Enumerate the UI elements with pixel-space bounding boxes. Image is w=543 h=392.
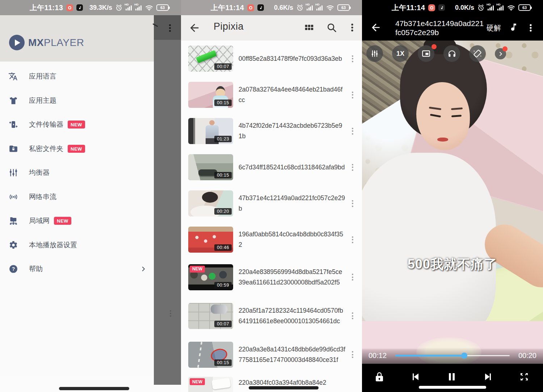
duration-badge: 00:59 [214, 282, 232, 288]
wifi-icon [326, 5, 334, 11]
previous-button[interactable] [408, 370, 423, 384]
lock-button[interactable] [372, 370, 387, 384]
drawer-header: MXPLAYER [0, 15, 154, 62]
screen-record-icon [247, 4, 254, 11]
back-button[interactable] [188, 22, 201, 34]
home-indicator[interactable] [249, 386, 319, 389]
video-row[interactable]: 00:07 220a5f1a72182324c119464cd0570fb641… [181, 296, 362, 335]
screen-record-icon [428, 4, 435, 11]
battery-icon: 63 [156, 4, 169, 11]
drawer-item-app-language[interactable]: 应用语言 [0, 64, 154, 89]
video-thumbnail: 00:46 [188, 227, 233, 253]
drawer-item-label: 本地播放器设置 [29, 240, 77, 250]
status-bar: 上午11:14 0.0K/s HD HD 63 [362, 0, 543, 15]
drawer-scrim[interactable] [154, 15, 181, 385]
video-filename: 220a9a3e8a1431c48dbb6de99d6cd3f77581165e… [239, 344, 345, 365]
network-speed-text: 39.3K/s [89, 4, 112, 12]
video-row[interactable]: 01:23 4b742f02de714432acbdeb6723b5e91b [181, 113, 362, 149]
video-filename: 220a5f1a72182324c119464cd0570fb641911661… [239, 305, 345, 326]
drawer-item-label: 应用主题 [29, 96, 56, 105]
back-button[interactable] [370, 22, 382, 33]
drawer-item-private-folder[interactable]: 私密文件夹 NEW [0, 137, 154, 161]
home-indicator[interactable] [59, 387, 129, 390]
video-more-options-icon[interactable] [352, 199, 353, 208]
new-badge: NEW [190, 266, 205, 273]
rotate-screen-button[interactable] [469, 45, 486, 62]
grid-view-button[interactable] [304, 22, 315, 34]
video-row[interactable]: 00:46 196af0abb5814c0ca4b8dbb0c834f352 [181, 222, 362, 258]
video-more-options-icon[interactable] [352, 126, 353, 136]
equalizer-button[interactable] [366, 45, 383, 62]
total-time: 00:20 [518, 351, 536, 360]
drawer-item-label: 均衡器 [29, 168, 50, 177]
video-more-options-icon[interactable] [352, 311, 353, 321]
duration-badge: 00:15 [214, 172, 232, 178]
wifi-icon [507, 5, 515, 11]
next-button[interactable] [481, 370, 495, 384]
drawer-item-label: 局域网 [29, 216, 50, 225]
audio-track-button[interactable] [508, 22, 519, 33]
drawer-item-local-player-settings[interactable]: 本地播放器设置 [0, 233, 154, 257]
drawer-item-file-transfer[interactable]: 文件传输器 NEW [0, 113, 154, 137]
playback-speed-button[interactable]: 1X [392, 45, 409, 62]
home-indicator[interactable] [419, 386, 486, 389]
logo-mx-text: MX [28, 37, 44, 48]
video-row[interactable]: 00:15 6c7d34ff185241c68cd1318462afa9bd [181, 149, 362, 185]
video-more-options-icon[interactable] [352, 273, 353, 282]
video-more-options-icon[interactable] [352, 235, 353, 244]
more-options-button[interactable] [347, 22, 358, 34]
seek-fill [395, 355, 464, 357]
video-more-options-icon[interactable] [352, 90, 353, 100]
more-options-button[interactable] [526, 22, 536, 33]
lan-icon [8, 216, 18, 226]
decoder-toggle[interactable]: 硬解 [487, 23, 501, 33]
alarm-icon [477, 4, 484, 11]
video-filename: 220a4e8389569994d8dba5217fe5ce39ea611661… [239, 267, 345, 288]
video-more-options-icon[interactable] [352, 54, 353, 63]
search-button[interactable] [326, 22, 338, 34]
video-frame[interactable] [362, 41, 543, 364]
video-row[interactable]: 00:07 00ff85e2a831478f9fe7fc093d36a3eb [181, 41, 362, 77]
video-row[interactable]: 00:15 2a078a32764a4ee48464eb21bad46fcc [181, 77, 362, 113]
video-row[interactable]: NEW 00:59 220a4e8389569994d8dba5217fe5ce… [181, 258, 362, 296]
video-filename: 2a078a32764a4ee48464eb21bad46fcc [239, 84, 345, 105]
duration-badge: 01:23 [214, 136, 232, 142]
notification-dot [502, 46, 508, 51]
duration-badge: 00:07 [214, 63, 232, 70]
drawer-menu: 应用语言 应用主题 文件传输器 NEW 私密文件夹 NEW [0, 62, 154, 376]
pause-button[interactable] [445, 370, 459, 384]
duration-badge: 00:46 [214, 244, 232, 251]
video-filename: 47b371e4c12149a0ad221fc057c2e29b [239, 193, 345, 214]
logo-player-text: PLAYER [44, 37, 84, 48]
status-bar: 上午11:14 0.6K/s HD HD 63 [181, 0, 362, 15]
duration-badge: 00:07 [214, 321, 232, 327]
video-row[interactable]: 00:20 47b371e4c12149a0ad221fc057c2e29b [181, 185, 362, 222]
duration-badge: 00:15 [214, 100, 232, 106]
video-thumbnail: 01:23 [188, 118, 233, 144]
fullscreen-button[interactable] [517, 370, 531, 384]
drawer-item-equalizer[interactable]: 均衡器 [0, 161, 154, 185]
mx-player-logo-icon [9, 35, 25, 50]
drawer-item-help[interactable]: ? 帮助 [0, 257, 154, 281]
seek-thumb[interactable] [461, 353, 467, 359]
video-more-options-icon[interactable] [352, 350, 353, 359]
video-row[interactable]: 00:15 220a9a3e8a1431c48dbb6de99d6cd3f775… [181, 335, 362, 374]
drawer-item-network-stream[interactable]: 网络串流 [0, 185, 154, 209]
network-speed-text: 0.6K/s [274, 4, 293, 12]
private-folder-icon [8, 144, 18, 153]
video-filename: 6c7d34ff185241c68cd1318462afa9bd [239, 162, 345, 173]
drawer-item-app-theme[interactable]: 应用主题 [0, 89, 154, 113]
cellular-signal-icon: HD [307, 5, 313, 10]
wifi-icon [145, 5, 153, 11]
battery-icon: 63 [337, 4, 350, 11]
network-speed-text: 0.0K/s [455, 4, 474, 12]
clock-text: 上午11:14 [392, 3, 425, 13]
mx-player-drawer-screen: 上午11:13 39.3K/s HD HD 63 MXPLAYER 应用语言 [0, 0, 181, 392]
drawer-item-label: 私密文件夹 [29, 144, 63, 153]
svg-text:?: ? [12, 266, 15, 272]
drawer-item-lan[interactable]: 局域网 NEW [0, 209, 154, 233]
video-thumbnail: NEW [188, 377, 233, 392]
video-more-options-icon[interactable] [352, 163, 353, 172]
headphones-button[interactable] [443, 45, 460, 62]
seek-track[interactable] [395, 355, 510, 357]
